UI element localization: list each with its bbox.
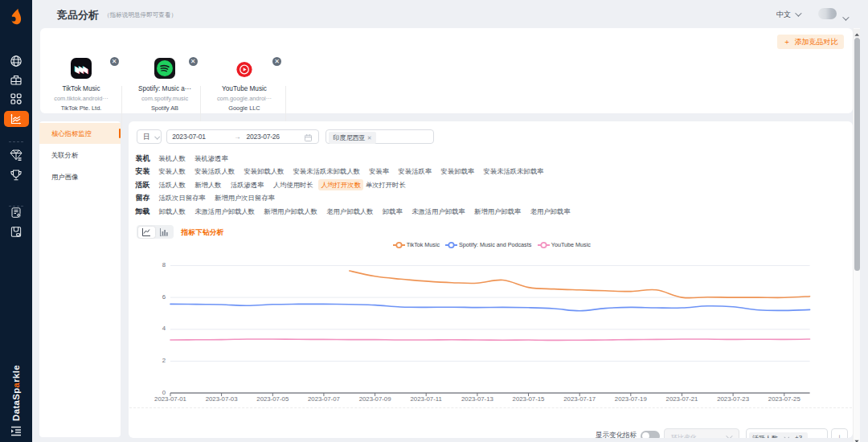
svg-text:2023-07-05: 2023-07-05 <box>256 395 289 403</box>
svg-text:2023-07-09: 2023-07-09 <box>359 395 391 403</box>
svg-text:2023-07-11: 2023-07-11 <box>411 395 442 403</box>
svg-text:2: 2 <box>162 357 166 364</box>
svg-text:2023-07-23: 2023-07-23 <box>717 395 749 403</box>
svg-text:2023-07-19: 2023-07-19 <box>615 395 647 403</box>
svg-text:2023-07-21: 2023-07-21 <box>666 395 698 403</box>
svg-text:2023-07-25: 2023-07-25 <box>768 395 801 403</box>
svg-text:6: 6 <box>162 293 166 301</box>
svg-text:4: 4 <box>162 325 166 332</box>
svg-text:2023-07-13: 2023-07-13 <box>461 395 493 403</box>
svg-text:2023-07-03: 2023-07-03 <box>206 395 238 403</box>
svg-text:2023-07-07: 2023-07-07 <box>308 395 340 403</box>
svg-text:2023-07-17: 2023-07-17 <box>563 395 596 403</box>
svg-text:2023-07-01: 2023-07-01 <box>154 395 186 403</box>
svg-text:0: 0 <box>162 389 166 396</box>
svg-text:8: 8 <box>162 261 166 268</box>
svg-text:2023-07-15: 2023-07-15 <box>513 395 546 403</box>
